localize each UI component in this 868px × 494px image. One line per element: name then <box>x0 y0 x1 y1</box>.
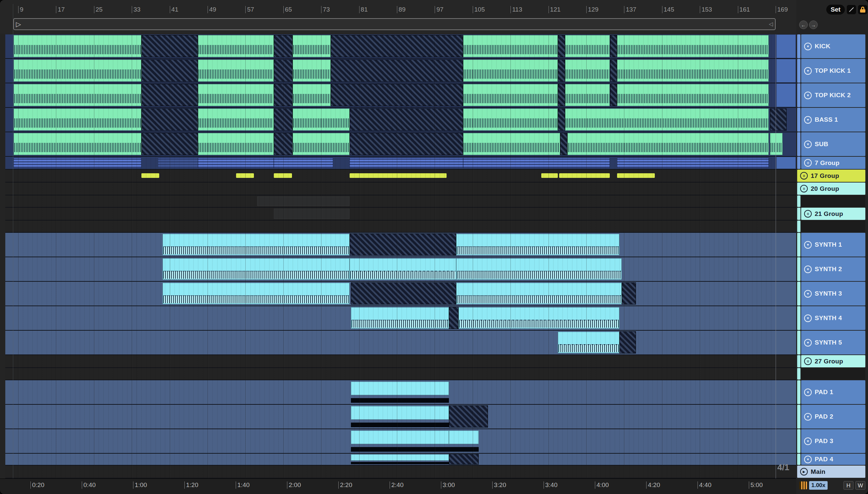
track-lane-synth-3[interactable] <box>5 282 796 305</box>
track-header-top-kick-2[interactable]: ▾TOP KICK 2 <box>797 83 865 107</box>
clip-green[interactable] <box>617 59 769 82</box>
clip-green[interactable] <box>198 133 274 155</box>
clip-cyan[interactable] <box>456 258 622 280</box>
clip-green[interactable] <box>293 84 330 106</box>
clip-green[interactable] <box>565 35 610 57</box>
track-header-block[interactable]: ▾TOP KICK 1 <box>801 59 865 83</box>
track-header-block[interactable]: ≡7 Group <box>801 157 865 169</box>
clip-hatch[interactable] <box>619 331 636 354</box>
collapse-arrow-icon[interactable]: ▾ <box>804 388 812 396</box>
group-fold-icon[interactable]: ≡ <box>804 358 812 365</box>
track-lane-pad-1[interactable] <box>5 380 796 404</box>
track-header-synth-1[interactable]: ▾SYNTH 1 <box>797 233 865 256</box>
collapse-arrow-icon[interactable]: ▾ <box>804 140 812 148</box>
clip-yellow[interactable] <box>141 173 159 177</box>
track-header-block[interactable]: ▾SYNTH 4 <box>801 306 865 330</box>
clip-green[interactable] <box>198 109 274 131</box>
clip-hatch[interactable] <box>449 454 479 464</box>
audio-engine-icon[interactable] <box>799 481 807 489</box>
track-header-block[interactable]: ▾SYNTH 2 <box>801 257 865 281</box>
track-header-block[interactable]: ▾SYNTH 1 <box>801 233 865 256</box>
clip-hatch[interactable] <box>141 84 198 106</box>
clip-hatch[interactable] <box>141 59 198 82</box>
track-header-top-kick-1[interactable]: ▾TOP KICK 1 <box>797 59 865 83</box>
clip-green[interactable] <box>617 35 769 57</box>
clip-hatch[interactable] <box>558 59 565 82</box>
clip-hatch[interactable] <box>141 109 198 131</box>
forward-arrow-button[interactable]: → <box>809 20 818 29</box>
clip-yellow[interactable] <box>541 173 558 177</box>
clip-green[interactable] <box>565 59 610 82</box>
clip-cyan[interactable] <box>456 283 622 304</box>
time-ruler[interactable] <box>0 478 868 494</box>
clip-green[interactable] <box>565 109 769 131</box>
clip-cyanpad[interactable] <box>351 381 449 403</box>
clip-green[interactable] <box>463 59 558 82</box>
track-header-bass-1[interactable]: ▾BASS 1 <box>797 108 865 132</box>
track-header-synth-3[interactable]: ▾SYNTH 3 <box>797 282 865 305</box>
arrangement-area[interactable] <box>5 34 796 478</box>
clip-cyan[interactable] <box>163 234 349 255</box>
clip-green[interactable] <box>463 109 558 131</box>
clip-green[interactable] <box>567 133 769 155</box>
track-lane-pad-3[interactable] <box>5 429 796 453</box>
collapse-arrow-icon[interactable]: ▾ <box>804 241 812 249</box>
width-zoom-button[interactable]: W <box>855 481 865 490</box>
clip-green[interactable] <box>565 84 610 106</box>
clip-green[interactable] <box>14 109 141 131</box>
track-header-block[interactable]: ≡17 Group <box>797 170 865 182</box>
clip-hatch[interactable] <box>141 35 198 57</box>
track-header-block[interactable]: ≡21 Group <box>801 208 865 220</box>
collapse-arrow-icon[interactable]: ▾ <box>804 116 812 124</box>
clip-yellow[interactable] <box>274 173 292 177</box>
collapse-arrow-icon[interactable]: ▾ <box>804 339 812 346</box>
clip-hatch[interactable] <box>349 233 456 255</box>
track-header-block[interactable]: ▾PAD 4 <box>801 454 865 465</box>
clip-green[interactable] <box>14 84 141 106</box>
clip-blue[interactable] <box>198 158 274 168</box>
clip-hatch[interactable] <box>610 35 617 57</box>
track-header-block[interactable]: ▾KICK <box>801 34 865 58</box>
clip-blue[interactable] <box>274 158 333 168</box>
group-spacer-lane[interactable] <box>5 221 796 232</box>
clip-hatch[interactable] <box>558 84 565 106</box>
track-header-block[interactable]: ▾PAD 3 <box>801 429 865 453</box>
clip-yellow[interactable] <box>236 173 254 177</box>
group-spacer-lane[interactable] <box>5 368 796 380</box>
clip-green[interactable] <box>198 84 274 106</box>
track-lane-top-kick-2[interactable] <box>5 83 796 107</box>
track-lane-17-group[interactable] <box>5 170 796 182</box>
group-spacer-header[interactable] <box>797 221 865 232</box>
track-lane-bass-1[interactable] <box>5 108 796 132</box>
clip-cyan[interactable] <box>558 331 619 353</box>
clip-green[interactable] <box>293 35 330 57</box>
collapse-arrow-icon[interactable]: ▾ <box>804 92 812 99</box>
clip-hatch[interactable] <box>331 59 463 82</box>
clip-endblue[interactable] <box>777 157 796 169</box>
track-lane-synth-4[interactable] <box>5 306 796 330</box>
track-header-synth-2[interactable]: ▾SYNTH 2 <box>797 257 865 281</box>
back-arrow-button[interactable]: ← <box>799 20 808 29</box>
clip-cyanpad[interactable] <box>449 430 479 452</box>
clip-hatch[interactable] <box>331 84 463 106</box>
clip-green[interactable] <box>463 84 558 106</box>
clip-hatch[interactable] <box>558 109 565 131</box>
clip-blue[interactable] <box>463 158 610 168</box>
clip-yellow[interactable] <box>559 173 610 177</box>
track-header-synth-5[interactable]: ▾SYNTH 5 <box>797 331 865 355</box>
clip-hatch[interactable] <box>349 133 463 155</box>
collapse-arrow-icon[interactable]: ▾ <box>804 315 812 322</box>
clip-hatch[interactable] <box>610 84 617 106</box>
track-header-block[interactable]: ▾BASS 1 <box>801 108 865 132</box>
track-lane-synth-1[interactable] <box>5 233 796 256</box>
clip-hatch[interactable] <box>558 35 565 57</box>
clip-hatch[interactable] <box>622 282 636 305</box>
clip-blue[interactable] <box>14 158 141 168</box>
group-spacer-header[interactable] <box>797 195 865 207</box>
track-lane-synth-5[interactable] <box>5 331 796 355</box>
track-lane-pad-2[interactable] <box>5 405 796 429</box>
clip-green[interactable] <box>293 133 349 155</box>
clip-endblue[interactable] <box>777 59 796 82</box>
clip-green[interactable] <box>293 59 330 82</box>
clip-yellow[interactable] <box>617 173 655 177</box>
